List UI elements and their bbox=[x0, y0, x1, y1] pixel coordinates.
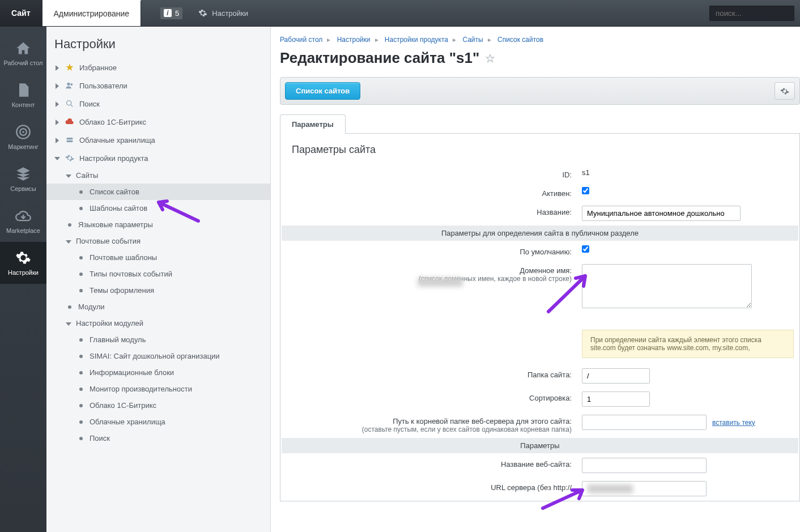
page-title: Редактирование сайта "s1" bbox=[280, 49, 800, 67]
tree-item-cloud-storage[interactable]: Облачные хранилища bbox=[46, 131, 270, 149]
top-search bbox=[704, 0, 800, 26]
notification-count: 5 bbox=[175, 9, 179, 18]
bullet-icon bbox=[79, 420, 83, 424]
folder-input[interactable] bbox=[582, 368, 650, 384]
redacted-url bbox=[588, 484, 633, 493]
folder-label: Папка сайта: bbox=[282, 365, 576, 387]
bullet-icon bbox=[79, 190, 83, 194]
sidebar: Настройки Избранное Пользователи Поиск О… bbox=[46, 27, 271, 532]
storage-icon bbox=[65, 135, 75, 145]
rail-label: Маркетинг bbox=[8, 143, 38, 150]
main-content: Рабочий стол▸ Настройки▸ Настройки проду… bbox=[271, 27, 800, 532]
toolbar: Список сайтов bbox=[280, 77, 800, 105]
bullet-icon bbox=[79, 273, 83, 276]
sidebar-title: Настройки bbox=[46, 27, 270, 58]
tree-item-iblock[interactable]: Информационные блоки bbox=[46, 364, 270, 381]
layers-icon bbox=[15, 166, 31, 182]
tree-item-mail-events[interactable]: Почтовые события bbox=[46, 233, 270, 249]
chevron-right-icon[interactable] bbox=[54, 82, 61, 89]
insert-path-link[interactable]: вставить теку bbox=[712, 419, 755, 427]
breadcrumb: Рабочий стол▸ Настройки▸ Настройки проду… bbox=[280, 36, 800, 44]
active-checkbox[interactable] bbox=[582, 187, 589, 194]
tree-item-mail-event-types[interactable]: Типы почтовых событий bbox=[46, 266, 270, 282]
tree-item-perfmon[interactable]: Монитор производительности bbox=[46, 381, 270, 397]
root-label: Путь к корневой папке веб-сервера для эт… bbox=[282, 411, 576, 437]
name-input[interactable] bbox=[582, 206, 741, 221]
chevron-down-icon[interactable] bbox=[66, 320, 73, 327]
breadcrumb-item[interactable]: Рабочий стол bbox=[280, 36, 322, 44]
tree-item-search-module[interactable]: Поиск bbox=[46, 430, 270, 446]
gear-icon bbox=[65, 153, 75, 163]
bullet-icon bbox=[68, 223, 71, 227]
breadcrumb-item[interactable]: Список сайтов bbox=[497, 36, 543, 44]
tree-item-cloud-storage-module[interactable]: Облачные хранилища bbox=[46, 414, 270, 430]
tree-item-site-templates[interactable]: Шаблоны сайтов bbox=[46, 200, 270, 216]
sort-label: Сортировка: bbox=[282, 388, 576, 410]
root-input[interactable] bbox=[582, 415, 707, 430]
rail-item-content[interactable]: Контент bbox=[0, 74, 46, 116]
rail-item-settings[interactable]: Настройки bbox=[0, 242, 46, 284]
svg-rect-7 bbox=[67, 141, 73, 142]
users-icon bbox=[65, 80, 75, 91]
home-icon bbox=[15, 40, 31, 56]
tree-item-users[interactable]: Пользователи bbox=[46, 76, 270, 95]
bullet-icon bbox=[79, 289, 83, 292]
top-settings-label: Настройки bbox=[212, 9, 248, 18]
left-rail: Рабочий стол Контент Маркетинг Сервисы M… bbox=[0, 27, 46, 532]
tree-item-main-module[interactable]: Главный модуль bbox=[46, 331, 270, 348]
gear-icon bbox=[780, 87, 789, 96]
chevron-down-icon[interactable] bbox=[66, 238, 73, 245]
rail-item-marketing[interactable]: Маркетинг bbox=[0, 116, 46, 158]
admin-tab[interactable]: Администрирование bbox=[42, 0, 142, 26]
params-section-header: Параметры bbox=[282, 438, 798, 453]
tree-item-themes[interactable]: Темы оформления bbox=[46, 282, 270, 299]
domain-textarea[interactable] bbox=[582, 264, 752, 308]
site-list-button[interactable]: Список сайтов bbox=[285, 82, 360, 100]
site-tab[interactable]: Сайт bbox=[0, 0, 42, 26]
notification-badge[interactable]: 5 bbox=[152, 0, 190, 26]
tree-item-modules[interactable]: Модули bbox=[46, 299, 270, 315]
breadcrumb-item[interactable]: Настройки bbox=[337, 36, 371, 44]
tree-item-cloud-1c[interactable]: Облако 1С-Битрикс bbox=[46, 113, 270, 131]
chevron-right-icon[interactable] bbox=[54, 118, 61, 125]
chevron-right-icon[interactable] bbox=[54, 100, 61, 107]
chevron-right-icon[interactable] bbox=[54, 64, 61, 71]
tab-parameters[interactable]: Параметры bbox=[280, 114, 346, 134]
top-search-input[interactable] bbox=[709, 6, 794, 21]
webname-input[interactable] bbox=[582, 458, 707, 473]
redacted-domain bbox=[418, 278, 463, 287]
bullet-icon bbox=[79, 207, 83, 210]
tree-item-sites[interactable]: Сайты bbox=[46, 167, 270, 184]
tree-item-cloud-1c-module[interactable]: Облако 1С-Битрикс bbox=[46, 397, 270, 414]
url-label: URL сервера (без http:// bbox=[282, 478, 576, 500]
breadcrumb-item[interactable]: Настройки продукта bbox=[385, 36, 448, 44]
tree-item-mail-templates[interactable]: Почтовые шаблоны bbox=[46, 249, 270, 266]
tree-item-search[interactable]: Поиск bbox=[46, 95, 270, 113]
rail-item-services[interactable]: Сервисы bbox=[0, 158, 46, 200]
tree-item-module-settings[interactable]: Настройки модулей bbox=[46, 315, 270, 331]
chevron-down-icon[interactable] bbox=[66, 172, 73, 179]
chevron-right-icon[interactable] bbox=[54, 137, 61, 143]
rail-item-desktop[interactable]: Рабочий стол bbox=[0, 32, 46, 74]
default-label: По умолчанию: bbox=[282, 242, 576, 259]
chevron-down-icon[interactable] bbox=[54, 155, 61, 161]
top-bar: Сайт Администрирование 5 Настройки bbox=[0, 0, 800, 27]
favorite-star-icon[interactable] bbox=[485, 53, 495, 63]
top-settings-link[interactable]: Настройки bbox=[190, 0, 256, 26]
breadcrumb-item[interactable]: Сайты bbox=[462, 36, 483, 44]
tree-item-simai[interactable]: SIMAI: Сайт дошкольной организации bbox=[46, 348, 270, 364]
tree-item-lang-params[interactable]: Языковые параметры bbox=[46, 216, 270, 233]
public-section-header: Параметры для определения сайта в публич… bbox=[282, 225, 798, 241]
name-label: Название: bbox=[282, 202, 576, 224]
tree-item-favorites[interactable]: Избранное bbox=[46, 58, 270, 76]
default-checkbox[interactable] bbox=[582, 245, 589, 253]
rail-item-marketplace[interactable]: Marketplace bbox=[0, 200, 46, 242]
rail-label: Рабочий стол bbox=[3, 59, 42, 66]
sort-input[interactable] bbox=[582, 391, 650, 407]
toolbar-settings-button[interactable] bbox=[775, 82, 795, 100]
tree-item-site-list[interactable]: Список сайтов bbox=[46, 184, 270, 200]
bullet-icon bbox=[79, 388, 83, 391]
search-icon bbox=[65, 99, 75, 109]
bullet-icon bbox=[79, 355, 83, 358]
tree-item-product-settings[interactable]: Настройки продукта bbox=[46, 149, 270, 167]
